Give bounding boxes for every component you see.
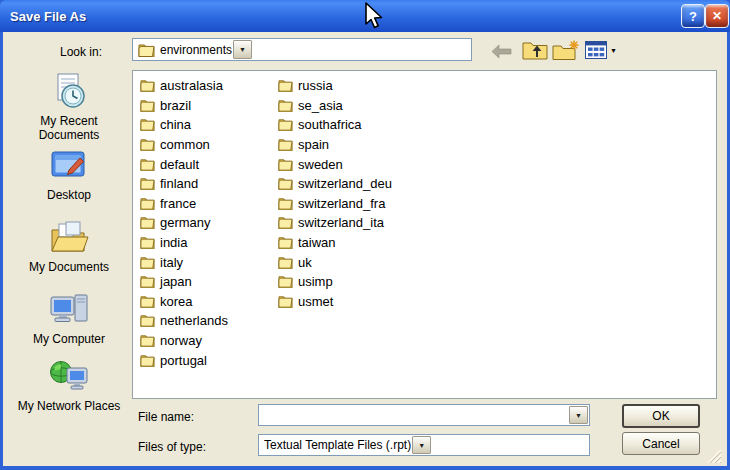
folder-item[interactable]: netherlands bbox=[140, 311, 228, 331]
help-button[interactable]: ? bbox=[681, 4, 705, 28]
folder-item[interactable]: finland bbox=[140, 174, 228, 194]
files-of-type-dropdown-arrow[interactable]: ▼ bbox=[412, 436, 431, 454]
folder-item[interactable]: se_asia bbox=[278, 96, 392, 116]
folder-item[interactable]: germany bbox=[140, 213, 228, 233]
view-menu-caret-icon: ▼ bbox=[610, 47, 617, 54]
folder-icon bbox=[140, 197, 155, 210]
sidebar-item-my-computer[interactable]: My Computer bbox=[10, 290, 128, 347]
folder-name: finland bbox=[160, 176, 198, 191]
folder-item[interactable]: italy bbox=[140, 252, 228, 272]
folder-item[interactable]: france bbox=[140, 194, 228, 214]
folder-name: norway bbox=[160, 333, 202, 348]
folder-icon bbox=[278, 236, 293, 249]
folder-name: usmet bbox=[298, 294, 333, 309]
desktop-icon bbox=[49, 146, 89, 186]
folder-icon bbox=[278, 118, 293, 131]
folder-name: brazil bbox=[160, 98, 191, 113]
folder-item[interactable]: australasia bbox=[140, 76, 228, 96]
folder-item[interactable]: india bbox=[140, 233, 228, 253]
folder-item[interactable]: sweden bbox=[278, 154, 392, 174]
new-folder-button[interactable] bbox=[552, 40, 580, 60]
folder-name: italy bbox=[160, 255, 183, 270]
look-in-dropdown[interactable]: environments ▼ bbox=[132, 38, 472, 61]
folder-icon bbox=[278, 216, 293, 229]
my-computer-icon bbox=[49, 290, 89, 330]
new-folder-icon bbox=[552, 40, 580, 60]
folder-name: spain bbox=[298, 137, 329, 152]
file-list-column-right: russia se_asia bbox=[278, 76, 392, 311]
folder-item[interactable]: uk bbox=[278, 252, 392, 272]
folder-name: china bbox=[160, 117, 191, 132]
folder-item[interactable]: korea bbox=[140, 292, 228, 312]
folder-icon bbox=[140, 118, 155, 131]
folder-name: switzerland_ita bbox=[298, 215, 384, 230]
files-of-type-dropdown[interactable]: Textual Template Files (.rpt) ▼ bbox=[258, 434, 590, 456]
folder-item[interactable]: switzerland_fra bbox=[278, 194, 392, 214]
folder-item[interactable]: taiwan bbox=[278, 233, 392, 253]
folder-icon bbox=[278, 256, 293, 269]
file-name-label: File name: bbox=[138, 410, 194, 424]
sidebar-item-desktop[interactable]: Desktop bbox=[10, 146, 128, 203]
folder-item[interactable]: spain bbox=[278, 135, 392, 155]
folder-icon bbox=[140, 177, 155, 190]
sidebar-item-my-recent-documents[interactable]: My Recent Documents bbox=[10, 72, 128, 143]
folder-name: default bbox=[160, 157, 199, 172]
folder-icon bbox=[140, 354, 155, 367]
folder-icon bbox=[140, 158, 155, 171]
folder-icon bbox=[138, 43, 155, 57]
folder-name: australasia bbox=[160, 78, 223, 93]
folder-icon bbox=[140, 138, 155, 151]
folder-name: common bbox=[160, 137, 210, 152]
look-in-folder: environments bbox=[138, 43, 232, 57]
folder-name: japan bbox=[160, 274, 192, 289]
folder-name: uk bbox=[298, 255, 312, 270]
file-name-dropdown-arrow[interactable]: ▼ bbox=[569, 406, 588, 424]
folder-icon bbox=[278, 295, 293, 308]
folder-item[interactable]: switzerland_ita bbox=[278, 213, 392, 233]
folder-item[interactable]: norway bbox=[140, 331, 228, 351]
resize-grip[interactable] bbox=[703, 447, 721, 463]
sidebar-item-my-network-places[interactable]: My Network Places bbox=[10, 357, 128, 414]
folder-item[interactable]: china bbox=[140, 115, 228, 135]
chevron-down-icon: ▼ bbox=[575, 412, 582, 419]
folder-icon bbox=[278, 197, 293, 210]
sidebar-item-label: My Computer bbox=[33, 332, 105, 346]
folder-item[interactable]: japan bbox=[140, 272, 228, 292]
folder-icon bbox=[278, 177, 293, 190]
folder-name: southafrica bbox=[298, 117, 362, 132]
folder-name: netherlands bbox=[160, 313, 228, 328]
folder-item[interactable]: default bbox=[140, 154, 228, 174]
file-name-combo[interactable]: ▼ bbox=[258, 404, 590, 426]
look-in-dropdown-arrow[interactable]: ▼ bbox=[233, 40, 252, 59]
folder-icon bbox=[140, 334, 155, 347]
titlebar[interactable]: Save File As bbox=[0, 0, 730, 32]
folder-item[interactable]: usimp bbox=[278, 272, 392, 292]
folder-item[interactable]: southafrica bbox=[278, 115, 392, 135]
folder-item[interactable]: switzerland_deu bbox=[278, 174, 392, 194]
folder-item[interactable]: portugal bbox=[140, 350, 228, 370]
close-icon: ✕ bbox=[712, 9, 722, 23]
look-in-value: environments bbox=[160, 43, 232, 57]
folder-name: korea bbox=[160, 294, 193, 309]
view-menu-button[interactable]: ▼ bbox=[585, 41, 617, 59]
view-menu-icon bbox=[585, 41, 607, 59]
dialog-title: Save File As bbox=[10, 9, 86, 24]
sidebar-item-label: My Recent Documents bbox=[39, 114, 100, 142]
folder-item[interactable]: brazil bbox=[140, 96, 228, 116]
folder-name: switzerland_fra bbox=[298, 196, 385, 211]
close-button[interactable]: ✕ bbox=[705, 4, 729, 28]
folder-icon bbox=[140, 314, 155, 327]
file-name-input[interactable] bbox=[259, 404, 568, 426]
folder-item[interactable]: russia bbox=[278, 76, 392, 96]
folder-icon bbox=[278, 275, 293, 288]
cancel-button[interactable]: Cancel bbox=[622, 432, 700, 455]
back-button[interactable] bbox=[491, 44, 512, 59]
sidebar-item-label: Desktop bbox=[47, 188, 91, 202]
folder-icon bbox=[278, 138, 293, 151]
ok-button[interactable]: OK bbox=[622, 404, 700, 428]
folder-name: portugal bbox=[160, 353, 207, 368]
sidebar-item-my-documents[interactable]: My Documents bbox=[10, 218, 128, 275]
folder-item[interactable]: common bbox=[140, 135, 228, 155]
up-one-level-button[interactable] bbox=[522, 40, 548, 60]
folder-item[interactable]: usmet bbox=[278, 292, 392, 312]
